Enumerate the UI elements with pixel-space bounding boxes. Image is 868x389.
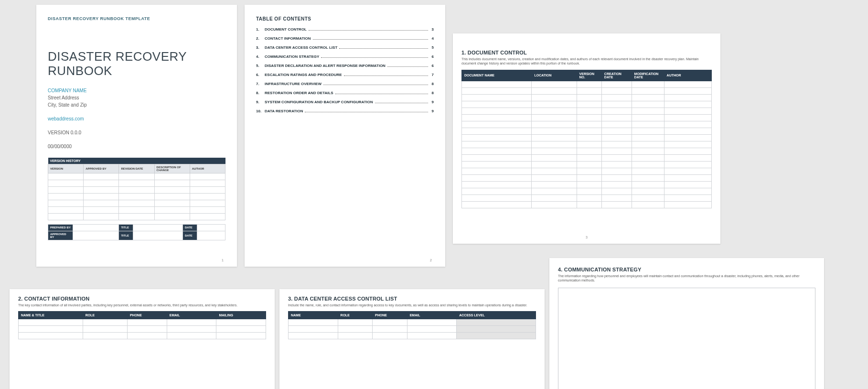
- contact-table: NAME & TITLE ROLE PHONE EMAIL MAILING: [18, 311, 266, 339]
- table-row: [462, 114, 712, 121]
- toc-page: 8: [429, 91, 434, 95]
- toc-item: 9.SYSTEM CONFIGURATION AND BACKUP CONFIG…: [256, 100, 434, 104]
- toc-number: 3.: [256, 45, 265, 50]
- toc-title: TABLE OF CONTENTS: [256, 16, 434, 22]
- doc-title: DISASTER RECOVERY RUNBOOK: [48, 50, 225, 78]
- table-row: [48, 186, 225, 193]
- section-heading-comm: 4. COMMUNICATION STRATEGY: [558, 267, 815, 272]
- table-row: [19, 326, 266, 333]
- table-row: [462, 154, 712, 161]
- prepared-approved-table: PREPARED BY TITLE DATE APPROVED BY TITLE…: [48, 224, 225, 240]
- section-desc-datacenter: Include the name, role, and contact info…: [288, 303, 536, 307]
- table-row: [462, 148, 712, 154]
- table-row: [462, 141, 712, 148]
- section-heading-doc-control: 1. DOCUMENT CONTROL: [461, 50, 712, 55]
- vh-header-revdate: REVISION DATE: [119, 164, 154, 173]
- toc-dots: [375, 103, 428, 103]
- version-label: VERSION 0.0.0: [48, 129, 225, 136]
- page-number-3: 3: [453, 236, 720, 239]
- table-row: [462, 134, 712, 141]
- page-5: 3. DATA CENTER ACCESS CONTROL LIST Inclu…: [279, 289, 545, 389]
- toc-item: 6.ESCALATION RATINGS AND PROCEDURE7: [256, 73, 434, 77]
- ct-h-mail: MAILING: [216, 312, 266, 319]
- date-value-1: [197, 224, 225, 231]
- datacenter-table: NAME ROLE PHONE EMAIL ACCESS LEVEL: [288, 311, 536, 339]
- page-number-2: 2: [430, 259, 432, 262]
- page-2: TABLE OF CONTENTS 1.DOCUMENT CONTROL32.C…: [245, 5, 445, 267]
- toc-item: 3.DATA CENTER ACCESS CONTROL LIST5: [256, 45, 434, 50]
- dcx-h-phone: PHONE: [373, 312, 407, 319]
- vh-header-desc: DESCRIPTION OF CHANGE: [154, 164, 190, 173]
- toc-page: 5: [429, 45, 434, 50]
- toc-label: RESTORATION ORDER AND DETAILS: [265, 91, 333, 95]
- dcx-h-name: NAME: [289, 312, 338, 319]
- toc-label: DATA RESTORATION: [265, 109, 303, 113]
- toc-dots: [313, 39, 428, 40]
- toc-number: 1.: [256, 27, 265, 32]
- table-row: [462, 87, 712, 94]
- section-heading-datacenter: 3. DATA CENTER ACCESS CONTROL LIST: [288, 296, 536, 302]
- toc-page: 8: [429, 82, 434, 86]
- date-value-2: [197, 231, 225, 240]
- dcx-h-email: EMAIL: [407, 312, 457, 319]
- toc-dots: [323, 85, 428, 85]
- city-state-zip: City, State and Zip: [48, 101, 225, 108]
- toc-label: SYSTEM CONFIGURATION AND BACKUP CONFIGUR…: [265, 100, 373, 104]
- toc-label: CONTACT INFORMATION: [265, 36, 311, 41]
- ct-h-phone: PHONE: [127, 312, 167, 319]
- toc-label: COMMUNICATION STRATEGY: [265, 54, 319, 59]
- template-label: DISASTER RECOVERY RUNBOOK TEMPLATE: [48, 16, 225, 21]
- page-1: DISASTER RECOVERY RUNBOOK TEMPLATE DISAS…: [36, 5, 237, 267]
- toc-number: 2.: [256, 36, 265, 41]
- doc-title-line2: RUNBOOK: [48, 64, 112, 78]
- toc-label: ESCALATION RATINGS AND PROCEDURE: [265, 73, 342, 77]
- page-4: 2. CONTACT INFORMATION The key contact i…: [10, 289, 275, 389]
- table-row: [462, 181, 712, 188]
- street-address: Street Address: [48, 94, 225, 101]
- web-address: webaddress.com: [48, 115, 225, 122]
- table-row: [289, 333, 536, 339]
- ct-h-role: ROLE: [83, 312, 127, 319]
- toc-label: DATA CENTER ACCESS CONTROL LIST: [265, 45, 337, 50]
- page-3: 1. DOCUMENT CONTROL This includes docume…: [453, 33, 720, 244]
- ct-h-name: NAME & TITLE: [19, 312, 83, 319]
- table-row: [462, 81, 712, 87]
- title-value-1: [133, 224, 183, 231]
- dc-h-author: AUTHOR: [664, 70, 711, 81]
- vh-title: VERSION HISTORY: [48, 158, 225, 164]
- version-history-table: VERSION HISTORY VERSION APPROVED BY REVI…: [48, 158, 225, 220]
- toc-number: 5.: [256, 64, 265, 68]
- toc-label: INFRASTRUCTURE OVERVIEW: [265, 82, 321, 86]
- table-row: [19, 319, 266, 326]
- table-row: [48, 213, 225, 220]
- section-heading-contact: 2. CONTACT INFORMATION: [18, 296, 266, 302]
- communication-box: [558, 288, 815, 389]
- toc-number: 6.: [256, 73, 265, 77]
- approved-by-value: [73, 231, 118, 240]
- dcx-h-role: ROLE: [338, 312, 373, 319]
- toc-page: 7: [429, 73, 434, 77]
- toc-list: 1.DOCUMENT CONTROL32.CONTACT INFORMATION…: [256, 27, 434, 113]
- title-value-2: [133, 231, 183, 240]
- doc-title-line1: DISASTER RECOVERY: [48, 49, 187, 64]
- approved-by-label: APPROVED BY: [48, 231, 73, 240]
- toc-dots: [309, 30, 428, 31]
- toc-item: 5.DISASTER DECLARATION AND ALERT RESPONS…: [256, 64, 434, 68]
- toc-item: 2.CONTACT INFORMATION4: [256, 36, 434, 41]
- toc-number: 8.: [256, 91, 265, 95]
- toc-label: DISASTER DECLARATION AND ALERT RESPONSE …: [265, 64, 386, 68]
- table-row: [289, 326, 536, 333]
- toc-page: 6: [429, 64, 434, 68]
- dc-h-docname: DOCUMENT NAME: [462, 70, 532, 81]
- table-row: [48, 180, 225, 186]
- table-row: [462, 161, 712, 168]
- toc-page: 3: [429, 27, 434, 32]
- prepared-by-label: PREPARED BY: [48, 224, 73, 231]
- section-desc-contact: The key contact information of all invol…: [18, 303, 266, 307]
- toc-item: 4.COMMUNICATION STRATEGY6: [256, 54, 434, 59]
- section-desc-comm: The information regarding how personnel …: [558, 274, 815, 283]
- table-row: [462, 188, 712, 194]
- vh-header-version: VERSION: [48, 164, 84, 173]
- dc-h-version: VERSION NO.: [577, 70, 601, 81]
- table-row: [462, 174, 712, 181]
